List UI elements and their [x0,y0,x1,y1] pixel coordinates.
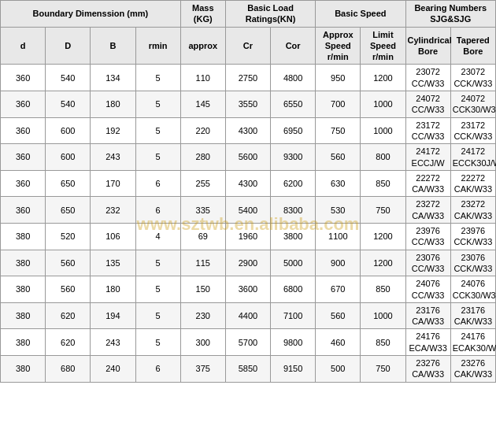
header-bearing-numbers: Bearing Numbers SJG&SJG [405,1,495,28]
cell-cylindrical: 23272 CA/W33 [405,197,450,224]
cell-rmin: 5 [135,91,180,118]
cell-cor: 9800 [271,329,316,356]
cell-cr: 4400 [225,302,270,329]
cell-D: 600 [46,144,91,171]
cell-rmin: 5 [135,117,180,144]
cell-cor: 6550 [271,91,316,118]
col-header-limit-speed: Limit Speed r/min [361,27,405,65]
cell-cor: 6950 [271,117,316,144]
cell-B: 135 [91,250,135,276]
cell-approx: 110 [180,65,225,91]
cell-tapered: 23176 CAK/W33 [450,302,495,329]
header-mass: Mass (KG) [180,1,225,28]
cell-cr: 5700 [225,329,270,356]
cell-limit-speed: 850 [361,170,405,197]
cell-approx-speed: 700 [316,91,361,118]
cell-tapered: 24076 CCK30/W33 [450,276,495,303]
cell-rmin: 5 [135,144,180,171]
cell-B: 106 [91,224,135,250]
cell-approx-speed: 500 [316,356,361,383]
cell-tapered: 23072 CCK/W33 [450,65,495,91]
cell-d: 380 [1,276,46,303]
cell-B: 243 [91,329,135,356]
cell-D: 650 [46,197,91,224]
header-row-1: Boundary Dimenssion (mm) Mass (KG) Basic… [1,1,496,28]
col-header-rmin: rmin [135,27,180,65]
cell-limit-speed: 850 [361,276,405,303]
cell-rmin: 5 [135,302,180,329]
table-row: 38068024063755850915050075023276 CA/W332… [1,356,496,383]
cell-cr: 1960 [225,224,270,250]
cell-approx: 335 [180,197,225,224]
bearing-table-wrapper: www.sztwb.en.alibaba.com Boundary Dimens… [0,0,496,383]
cell-cor: 4800 [271,65,316,91]
cell-approx: 255 [180,170,225,197]
cell-tapered: 23276 CAK/W33 [450,356,495,383]
cell-B: 134 [91,65,135,91]
col-header-d: d [1,27,46,65]
col-header-cr: Cr [225,27,270,65]
cell-cor: 7100 [271,302,316,329]
header-boundary: Boundary Dimenssion (mm) [1,1,181,28]
table-row: 380620194523044007100560100023176 CA/W33… [1,302,496,329]
cell-B: 180 [91,276,135,303]
cell-approx: 220 [180,117,225,144]
cell-cr: 5600 [225,144,270,171]
col-header-tapered: Tapered Bore [450,27,495,65]
cell-cylindrical: 23276 CA/W33 [405,356,450,383]
col-header-approx-speed: Approx Speed r/min [316,27,361,65]
cell-cylindrical: 23076 CC/W33 [405,250,450,276]
cell-limit-speed: 750 [361,356,405,383]
cell-approx-speed: 1100 [316,224,361,250]
cell-D: 540 [46,65,91,91]
cell-limit-speed: 800 [361,144,405,171]
cell-d: 360 [1,65,46,91]
cell-cor: 8300 [271,197,316,224]
cell-d: 360 [1,170,46,197]
cell-B: 232 [91,197,135,224]
cell-cylindrical: 23176 CA/W33 [405,302,450,329]
cell-tapered: 24172 ECCK30J/W33 [450,144,495,171]
cell-B: 192 [91,117,135,144]
cell-tapered: 22272 CAK/W33 [450,170,495,197]
cell-D: 600 [46,117,91,144]
cell-D: 540 [46,91,91,118]
header-basic-load: Basic Load Ratings(KN) [225,1,315,28]
cell-approx: 145 [180,91,225,118]
cell-D: 620 [46,329,91,356]
cell-approx: 230 [180,302,225,329]
table-row: 36065017062554300620063085022272 CA/W332… [1,170,496,197]
cell-cr: 3550 [225,91,270,118]
table-body: 360540134511027504800950120023072 CC/W33… [1,65,496,382]
cell-tapered: 24072 CCK30/W33 [450,91,495,118]
cell-cor: 6200 [271,170,316,197]
table-row: 380560135511529005000900120023076 CC/W33… [1,250,496,276]
cell-d: 380 [1,302,46,329]
cell-d: 360 [1,91,46,118]
cell-rmin: 6 [135,356,180,383]
cell-cor: 9150 [271,356,316,383]
cell-approx-speed: 560 [316,302,361,329]
cell-tapered: 23272 CAK/W33 [450,197,495,224]
cell-approx-speed: 950 [316,65,361,91]
table-row: 360540134511027504800950120023072 CC/W33… [1,65,496,91]
cell-approx-speed: 630 [316,170,361,197]
col-header-B: B [91,27,135,65]
cell-cr: 4300 [225,170,270,197]
cell-rmin: 5 [135,65,180,91]
cell-rmin: 5 [135,250,180,276]
cell-cylindrical: 24072 CC/W33 [405,91,450,118]
cell-cr: 5850 [225,356,270,383]
cell-rmin: 5 [135,329,180,356]
cell-rmin: 5 [135,276,180,303]
cell-limit-speed: 1000 [361,117,405,144]
bearing-table: Boundary Dimenssion (mm) Mass (KG) Basic… [0,0,496,383]
cell-d: 360 [1,197,46,224]
cell-cr: 2900 [225,250,270,276]
cell-limit-speed: 1200 [361,250,405,276]
cell-cor: 9300 [271,144,316,171]
cell-cor: 6800 [271,276,316,303]
cell-d: 380 [1,224,46,250]
cell-B: 194 [91,302,135,329]
cell-approx-speed: 670 [316,276,361,303]
